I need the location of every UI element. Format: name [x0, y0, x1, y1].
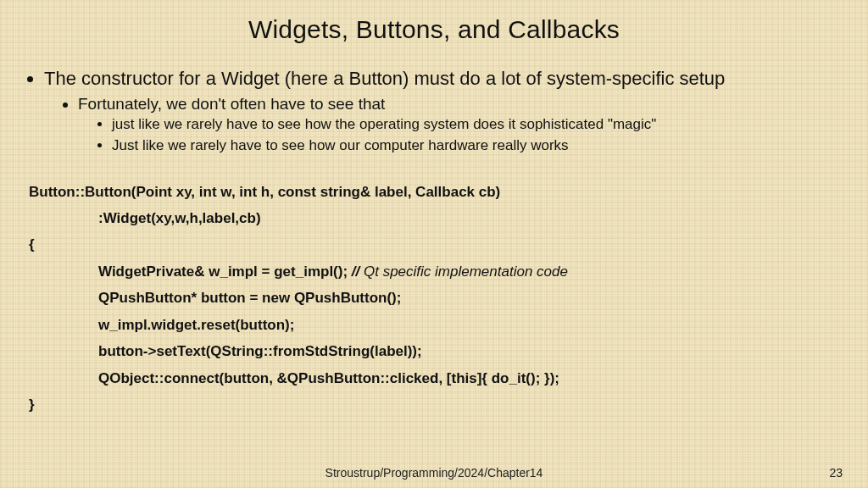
code-line-4: WidgetPrivate& w_impl = get_impl(); // Q… — [29, 258, 839, 285]
code-comment-text: Qt specific implementation code — [364, 263, 568, 280]
bullet-sub1-text: Fortunately, we don't often have to see … — [78, 95, 385, 113]
bullet-list: The constructor for a Widget (here a But… — [29, 66, 839, 157]
code-comment: // Qt specific implementation code — [352, 263, 568, 280]
slide-title: Widgets, Buttons, and Callbacks — [29, 15, 839, 44]
code-line-7: button->setText(QString::fromStdString(l… — [29, 338, 839, 364]
code-line-3: { — [29, 231, 839, 258]
page-number: 23 — [829, 466, 843, 480]
code-line-9: } — [29, 391, 839, 418]
bullet-sub1: Fortunately, we don't often have to see … — [78, 93, 839, 157]
code-line-5: QPushButton* button = new QPushButton(); — [29, 285, 839, 311]
code-line-2: :Widget(xy,w,h,label,cb) — [29, 205, 839, 231]
bullet-sub2b: Just like we rarely have to see how our … — [112, 136, 839, 157]
footer-text: Stroustrup/Programming/2024/Chapter14 — [0, 466, 868, 480]
bullet-main-text: The constructor for a Widget (here a But… — [44, 68, 725, 89]
bullet-sub2-list: just like we rarely have to see how the … — [78, 114, 839, 156]
code-line-1: Button::Button(Point xy, int w, int h, c… — [29, 179, 839, 205]
code-line-8: QObject::connect(button, &QPushButton::c… — [29, 365, 839, 391]
code-line-6: w_impl.widget.reset(button); — [29, 312, 839, 338]
code-block: Button::Button(Point xy, int w, int h, c… — [29, 179, 839, 419]
code-line-4a: WidgetPrivate& w_impl = get_impl(); — [98, 263, 348, 280]
bullet-sub1-list: Fortunately, we don't often have to see … — [44, 93, 839, 157]
slide: Widgets, Buttons, and Callbacks The cons… — [0, 0, 868, 488]
code-comment-slashes: // — [352, 263, 364, 280]
bullet-main: The constructor for a Widget (here a But… — [44, 66, 839, 157]
bullet-sub2a: just like we rarely have to see how the … — [112, 114, 839, 136]
